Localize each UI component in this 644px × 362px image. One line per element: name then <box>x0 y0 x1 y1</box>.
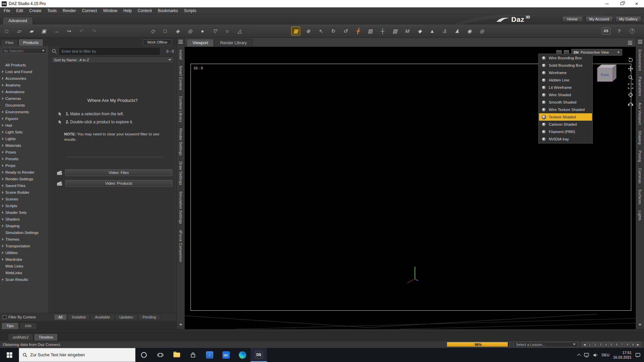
category-item[interactable]: Ready to Render <box>0 169 48 176</box>
rotate-tool-icon[interactable]: ↻ <box>328 26 337 36</box>
restore-button[interactable] <box>614 0 629 7</box>
transfer-utility-icon[interactable]: ♟ <box>452 26 462 36</box>
undo-icon[interactable]: ↶ <box>76 26 86 36</box>
context-dropdown[interactable]: No Selection <box>2 48 47 54</box>
category-item[interactable]: Lost and Found <box>0 68 48 75</box>
tray-chevron-icon[interactable] <box>577 354 581 357</box>
dock-tab[interactable]: Aux Viewport <box>638 103 642 125</box>
drawstyle-menu-item[interactable]: Wire Shaded <box>539 91 592 99</box>
drawstyle-menu-item[interactable]: Filament (PBR) <box>539 128 592 135</box>
work-offline-button[interactable]: Work Offline <box>143 39 172 45</box>
import-icon[interactable]: → <box>52 26 61 36</box>
scale-tool-icon[interactable]: ▨ <box>366 26 375 36</box>
product-status-tab[interactable]: Updates <box>115 314 138 320</box>
category-item[interactable]: Shader Sets <box>0 209 48 216</box>
filter-input[interactable] <box>59 48 160 55</box>
viewport-tab[interactable]: Render Library <box>214 39 252 47</box>
content-pane-tab[interactable]: Files <box>1 39 18 46</box>
pane-menu-icon[interactable] <box>178 40 183 44</box>
menu-item[interactable]: Scripts <box>181 7 200 14</box>
notification-icon[interactable] <box>635 353 641 358</box>
help-icon[interactable]: ? <box>628 26 637 36</box>
bottom-pane-tab[interactable]: aniMate2 <box>8 334 33 341</box>
surface-selection-tool-icon[interactable]: ▦ <box>291 26 300 36</box>
network-icon[interactable] <box>584 353 589 358</box>
category-item[interactable]: Documents <box>0 102 48 109</box>
dock-tab[interactable]: Draw Settings <box>179 162 183 185</box>
taskbar-search-input[interactable] <box>30 353 132 357</box>
pager-button[interactable]: 5 <box>609 342 614 347</box>
category-item[interactable]: Accessories <box>0 75 48 82</box>
drawstyle-menu-item[interactable]: Lit Wireframe <box>539 84 592 91</box>
category-item[interactable]: Lights <box>0 135 48 142</box>
taskbar-search[interactable] <box>19 348 136 362</box>
product-status-tab[interactable]: Pending <box>138 314 160 320</box>
orbit-camera-icon[interactable] <box>628 57 634 63</box>
headphones-icon[interactable] <box>628 101 634 107</box>
product-status-tab[interactable]: Available <box>91 314 114 320</box>
speaker-icon[interactable] <box>593 353 598 357</box>
category-item[interactable]: Wardrobe <box>0 256 48 263</box>
dock-tab[interactable]: Shaping <box>638 131 642 144</box>
menu-item[interactable]: Edit <box>13 7 26 14</box>
menu-item[interactable]: Help <box>120 7 135 14</box>
language-indicator[interactable]: DEU <box>602 353 609 357</box>
dock-tab[interactable]: Environment <box>638 50 642 71</box>
pager-button[interactable]: 9 <box>630 342 635 347</box>
category-item[interactable]: Transportation <box>0 243 48 249</box>
category-item[interactable]: Web Links <box>0 263 48 269</box>
header-nav-button[interactable]: Home <box>562 16 583 22</box>
file-explorer-button[interactable] <box>168 348 185 362</box>
pager-button[interactable]: 4 <box>603 342 608 347</box>
dock-tab[interactable]: Lights <box>638 210 642 221</box>
install-manager-button[interactable] <box>201 348 218 362</box>
new-file-icon[interactable]: □ <box>2 26 11 36</box>
polygon-group-editor-icon[interactable]: ▲ <box>428 26 437 36</box>
tips-tab[interactable]: Info <box>19 322 37 329</box>
aim-view-icon[interactable] <box>628 92 634 98</box>
new-distant-light-icon[interactable]: ○ <box>223 26 232 36</box>
category-item[interactable]: Render-Settings <box>0 176 48 182</box>
menu-item[interactable]: Connect <box>79 7 100 14</box>
daz-studio-taskbar-button[interactable]: DS <box>251 348 267 362</box>
category-item[interactable]: Scripts <box>0 202 48 209</box>
category-item[interactable]: Shaders <box>0 216 48 223</box>
category-item[interactable]: Anatomy <box>0 82 48 88</box>
node-selection-tool-icon[interactable]: ↖ <box>316 26 325 36</box>
dock-tab[interactable]: Content Library <box>179 96 183 122</box>
dock-tab[interactable]: Cameras <box>638 168 642 183</box>
export-icon[interactable]: ↪ <box>64 26 73 36</box>
bottom-pane-tab[interactable]: Timeline <box>34 334 58 341</box>
pager-button[interactable]: 1 <box>587 342 592 347</box>
layout-mode-tab[interactable]: Advanced <box>3 17 33 24</box>
task-view-button[interactable] <box>152 348 168 362</box>
new-spot-light-icon[interactable]: ▽ <box>210 26 219 36</box>
figure-setup-icon[interactable]: ♙ <box>440 26 449 36</box>
dock-tab[interactable]: Smart Content <box>179 66 183 90</box>
menu-item[interactable]: Window <box>100 7 120 14</box>
merge-file-icon[interactable]: ▰ <box>27 26 36 36</box>
close-button[interactable] <box>629 0 644 7</box>
category-item[interactable]: Saved Files <box>0 182 48 189</box>
category-item[interactable]: Scan Results <box>0 276 48 283</box>
drawstyle-menu-item[interactable]: Hidden Line <box>539 76 592 84</box>
video-products-button[interactable]: Video: Products <box>65 180 172 187</box>
pager-button[interactable]: 7 <box>620 342 625 347</box>
sort-dropdown[interactable]: Sort by Name : A to Z <box>51 57 174 63</box>
minimize-button[interactable] <box>600 0 614 7</box>
redo-icon[interactable]: ↷ <box>89 26 98 36</box>
new-instance-icon[interactable]: ◈ <box>173 26 182 36</box>
new-point-light-icon[interactable]: ● <box>198 26 207 36</box>
new-null-icon[interactable]: ◇ <box>148 26 157 36</box>
start-button[interactable] <box>0 348 19 362</box>
menu-item[interactable]: Render <box>60 7 79 14</box>
header-nav-button[interactable]: My Gallery <box>615 16 641 22</box>
pane-splitter[interactable] <box>0 329 644 333</box>
drawstyle-menu-item[interactable]: NVIDIA Iray <box>539 135 592 143</box>
viewport-3d[interactable]: 16 : 9 Perspective View <box>185 47 636 329</box>
open-file-icon[interactable]: ▱ <box>14 26 23 36</box>
new-group-icon[interactable]: □ <box>161 26 170 36</box>
category-item[interactable]: Poses <box>0 149 48 156</box>
view-cube[interactable]: Front <box>593 63 619 86</box>
scroll-down-icon[interactable] <box>638 324 642 327</box>
